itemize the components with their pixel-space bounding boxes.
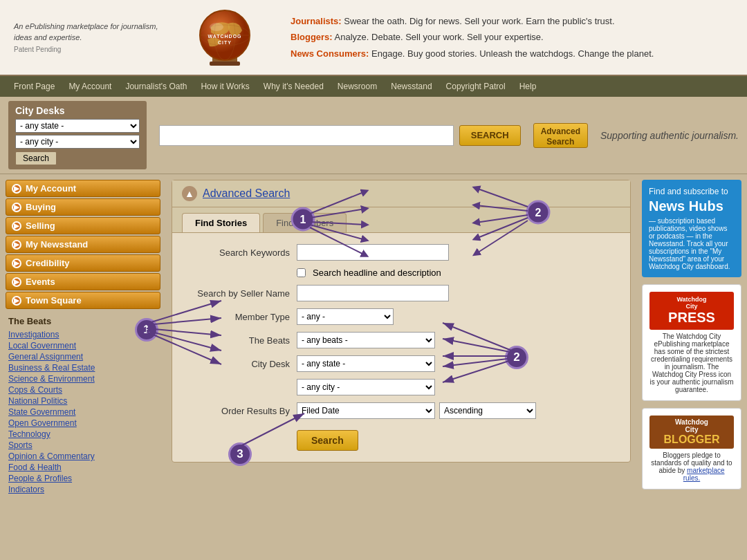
beat-open-government[interactable]: Open Government — [6, 418, 160, 429]
sidebar-item-selling[interactable]: ▶ Selling — [6, 217, 160, 234]
sidebar-item-buying[interactable]: ▶ Buying — [6, 198, 160, 216]
nav-newsstand[interactable]: Newsstand — [384, 76, 439, 97]
nav-help[interactable]: Help — [513, 76, 544, 97]
blogger-box: WatchdogCity BLOGGER Bloggers pledge to … — [642, 408, 741, 489]
blogger-logo: WatchdogCity BLOGGER — [649, 416, 734, 449]
beat-food-health[interactable]: Food & Health — [6, 462, 160, 473]
sidebar-label-buying: Buying — [26, 202, 56, 212]
form-row-order: Order Results By Filed Date Relevance Pr… — [186, 402, 616, 419]
tab-find-stories[interactable]: Find Stories — [182, 213, 260, 232]
sidebar-item-my-account[interactable]: ▶ My Account — [6, 180, 160, 197]
sidebar-arrow-icon: ▶ — [12, 277, 21, 287]
beat-people-profiles[interactable]: People & Profiles — [6, 473, 160, 484]
asp-collapse-button[interactable]: ▲ — [182, 186, 197, 201]
beats-select[interactable]: - any beats - Investigations Local Gover… — [297, 332, 435, 348]
sidebar-arrow-icon: ▶ — [12, 296, 21, 306]
advanced-search-button[interactable]: AdvancedSearch — [533, 123, 588, 148]
nav-newsroom[interactable]: Newsroom — [331, 76, 384, 97]
asp-title[interactable]: Advanced Search — [203, 187, 290, 200]
keywords-control — [297, 244, 449, 261]
search-submit-button[interactable]: Search — [297, 430, 358, 451]
nav-journalists-oath[interactable]: Journalist's Oath — [118, 76, 194, 97]
beats-label: The Beats — [186, 335, 297, 346]
beat-investigations[interactable]: Investigations — [6, 329, 160, 340]
beat-indicators[interactable]: Indicators — [6, 484, 160, 495]
form-row-submit: Search — [186, 426, 616, 451]
beat-cops-courts[interactable]: Cops & Courts — [6, 384, 160, 395]
form-row-beats: The Beats - any beats - Investigations L… — [186, 332, 616, 348]
journalists-text: Swear the oath. Dig for news. Sell your … — [344, 16, 614, 26]
beat-business-real-estate[interactable]: Business & Real Estate — [6, 362, 160, 373]
beat-science-environment[interactable]: Science & Environment — [6, 373, 160, 384]
asp-form: Search Keywords Search headline and desc… — [172, 233, 630, 462]
seller-name-input[interactable] — [297, 285, 449, 301]
news-hubs-description: — subscription based publications, video… — [649, 217, 735, 270]
city-desks-title: City Desks — [15, 105, 140, 116]
globe-svg: WATCHDOG CITY — [183, 6, 266, 68]
order-by-label: Order Results By — [186, 406, 297, 416]
member-type-select[interactable]: - any - Journalist Blogger — [297, 308, 394, 325]
marketplace-rules-link[interactable]: marketplace rules. — [683, 467, 725, 482]
patent-text: Patent Pending — [14, 46, 61, 53]
order-by-select[interactable]: Filed Date Relevance Price — [297, 402, 435, 419]
news-consumers-label: News Consumers: — [290, 48, 369, 59]
bloggers-label: Bloggers: — [290, 32, 333, 42]
sidebar-item-events[interactable]: ▶ Events — [6, 273, 160, 290]
headline-desc-checkbox[interactable] — [297, 268, 306, 277]
nav-why-needed[interactable]: Why it's Needed — [257, 76, 331, 97]
beat-national-politics[interactable]: National Politics — [6, 395, 160, 407]
blogger-label: BLOGGER — [652, 433, 731, 446]
press-description: The Watchdog City ePublishing marketplac… — [649, 333, 734, 393]
city-desk-state-select[interactable]: - any state - Alabama — [297, 355, 435, 372]
nav-bar: Front Page My Account Journalist's Oath … — [0, 76, 747, 97]
form-row-keywords: Search Keywords — [186, 244, 616, 261]
page-wrapper: An ePublishing marketplace for journalis… — [0, 0, 747, 560]
sidebar-item-my-newsstand[interactable]: ▶ My Newsstand — [6, 236, 160, 253]
beat-local-government[interactable]: Local Government — [6, 340, 160, 351]
city-search-button[interactable]: Search — [15, 151, 57, 165]
form-row-checkbox: Search headline and description — [186, 268, 616, 278]
sidebar-label-selling: Selling — [26, 221, 55, 231]
news-hubs-title: News Hubs — [649, 198, 735, 214]
news-consumers-tagline: News Consumers: Engage. Buy good stories… — [290, 46, 733, 62]
main-search-button[interactable]: SEARCH — [459, 125, 521, 146]
order-dir-select[interactable]: Ascending Descending — [439, 402, 536, 419]
logo-area: An ePublishing marketplace for journalis… — [14, 21, 173, 53]
main-search-input[interactable] — [159, 125, 454, 146]
nav-my-account[interactable]: My Account — [62, 76, 118, 97]
beat-general-assignment[interactable]: General Assignment — [6, 351, 160, 362]
nav-copyright-patrol[interactable]: Copyright Patrol — [439, 76, 513, 97]
checkbox-control: Search headline and description — [297, 268, 441, 278]
beat-sports[interactable]: Sports — [6, 440, 160, 451]
journalist-tagline: Journalists: Swear the oath. Dig for new… — [290, 13, 733, 29]
sidebar-item-town-square[interactable]: ▶ Town Square — [6, 292, 160, 309]
city-desks-bottom: Search — [15, 151, 140, 165]
advanced-search-panel: ▲ Advanced Search Find Stories Find Memb… — [172, 180, 631, 463]
form-row-member-type: Member Type - any - Journalist Blogger — [186, 308, 616, 325]
blogger-description: Bloggers pledge to standards of quality … — [649, 451, 734, 482]
sidebar-arrow-icon: ▶ — [12, 184, 21, 194]
sidebar-arrow-icon: ▶ — [12, 240, 21, 250]
city-desks-area: City Desks - any state - Alabama Alaska … — [8, 101, 147, 169]
tab-find-members[interactable]: Find Members — [263, 213, 347, 232]
sidebar-label-my-account: My Account — [26, 183, 76, 194]
beat-technology[interactable]: Technology — [6, 429, 160, 440]
keywords-label: Search Keywords — [186, 248, 297, 258]
city-desk-city-select[interactable]: - any city - New York — [297, 379, 435, 395]
nav-how-it-works[interactable]: How it Works — [194, 76, 256, 97]
city-desks-city-select[interactable]: - any city - New York — [15, 135, 140, 149]
beat-state-government[interactable]: State Government — [6, 407, 160, 418]
sidebar-label-credibility: Credibility — [26, 258, 70, 268]
news-consumers-text: Engage. Buy good stories. Unleash the wa… — [371, 48, 654, 59]
sidebar-item-credibility[interactable]: ▶ Credibility — [6, 254, 160, 272]
svg-point-7 — [210, 23, 223, 31]
tagline-text: An ePublishing marketplace for journalis… — [14, 21, 166, 43]
sidebar-arrow-icon: ▶ — [12, 203, 21, 212]
beats-control: - any beats - Investigations Local Gover… — [297, 332, 435, 348]
city-desks-state-select[interactable]: - any state - Alabama Alaska — [15, 119, 140, 133]
beat-opinion-commentary[interactable]: Opinion & Commentary — [6, 451, 160, 462]
city-desk-state-control: - any state - Alabama — [297, 355, 435, 372]
nav-front-page[interactable]: Front Page — [7, 76, 62, 97]
keywords-input[interactable] — [297, 244, 449, 261]
beats-title: The Beats — [6, 316, 160, 326]
